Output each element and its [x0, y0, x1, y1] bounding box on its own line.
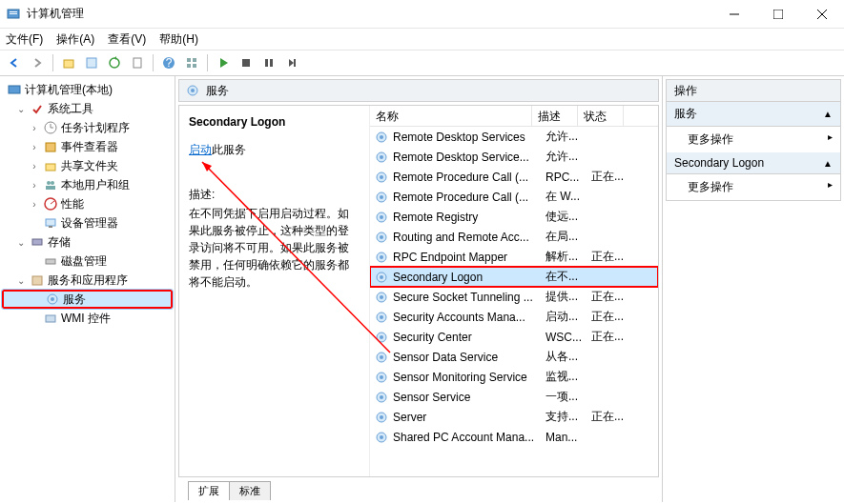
col-desc[interactable]: 描述: [532, 106, 578, 126]
up-button[interactable]: [58, 52, 79, 73]
svg-rect-25: [46, 143, 55, 151]
service-desc: 提供...: [546, 289, 591, 305]
actions-section-secondary-logon[interactable]: Secondary Logon▲: [667, 152, 840, 174]
service-status: 正在...: [591, 309, 637, 325]
actions-header: 操作: [666, 79, 841, 102]
gear-icon: [374, 230, 389, 245]
service-name: RPC Endpoint Mapper: [393, 251, 546, 264]
service-row[interactable]: Remote Procedure Call (...RPC...正在...: [370, 167, 658, 187]
menu-view[interactable]: 查看(V): [108, 31, 146, 48]
service-desc: 在 W...: [546, 189, 591, 205]
service-row[interactable]: Sensor Service一项...: [370, 387, 658, 407]
tab-standard[interactable]: 标准: [229, 481, 271, 500]
tree-device-manager[interactable]: 设备管理器: [2, 213, 173, 232]
services-list[interactable]: 名称 描述 状态 Remote Desktop Services允许...Rem…: [370, 106, 658, 476]
svg-rect-2: [10, 13, 17, 14]
service-row[interactable]: Remote Desktop Service...允许...: [370, 147, 658, 167]
service-row[interactable]: Secure Socket Tunneling ...提供...正在...: [370, 287, 658, 307]
properties-button[interactable]: [81, 52, 102, 73]
restart-button[interactable]: [281, 52, 302, 73]
refresh-button[interactable]: [104, 52, 125, 73]
menubar: 文件(F) 操作(A) 查看(V) 帮助(H): [0, 29, 844, 50]
actions-more-2[interactable]: 更多操作▸: [667, 174, 840, 200]
gear-icon: [374, 270, 389, 285]
tree-shared-folders[interactable]: ›共享文件夹: [2, 156, 173, 175]
service-row[interactable]: Server支持...正在...: [370, 407, 658, 427]
help-button[interactable]: ?: [158, 52, 179, 73]
service-row[interactable]: Security CenterWSC...正在...: [370, 327, 658, 347]
toolbar: ?: [0, 50, 844, 76]
service-row[interactable]: Sensor Monitoring Service监视...: [370, 367, 658, 387]
tree-wmi[interactable]: WMI 控件: [2, 309, 173, 328]
service-row[interactable]: Shared PC Account Mana...Man...: [370, 427, 658, 447]
col-name[interactable]: 名称: [370, 106, 532, 126]
service-name: Shared PC Account Mana...: [393, 431, 546, 444]
service-status: 正在...: [591, 329, 637, 345]
service-row[interactable]: Remote Procedure Call (...在 W...: [370, 187, 658, 207]
tree-system-tools[interactable]: ⌄系统工具: [2, 99, 173, 118]
gear-icon: [374, 310, 389, 325]
service-name: Remote Desktop Services: [393, 131, 546, 144]
service-row[interactable]: Sensor Data Service从各...: [370, 347, 658, 367]
svg-point-43: [380, 135, 383, 139]
menu-help[interactable]: 帮助(H): [159, 31, 198, 48]
svg-rect-4: [773, 10, 783, 19]
export-button[interactable]: [127, 52, 148, 73]
pause-button[interactable]: [258, 52, 279, 73]
service-row[interactable]: RPC Endpoint Mapper解析...正在...: [370, 247, 658, 267]
maximize-button[interactable]: [756, 0, 800, 29]
menu-action[interactable]: 操作(A): [56, 31, 94, 48]
service-name: Sensor Service: [393, 391, 546, 404]
service-desc: WSC...: [546, 331, 591, 344]
tree-disk-mgmt[interactable]: 磁盘管理: [2, 252, 173, 271]
service-row[interactable]: Remote Registry使远...: [370, 207, 658, 227]
stop-button[interactable]: [236, 52, 257, 73]
service-status: 正在...: [591, 289, 637, 305]
forward-button[interactable]: [27, 52, 48, 73]
service-row[interactable]: Security Accounts Mana...启动...正在...: [370, 307, 658, 327]
service-desc: 解析...: [546, 249, 591, 265]
svg-rect-35: [46, 259, 55, 264]
tree-event-viewer[interactable]: ›事件查看器: [2, 137, 173, 156]
tree-services-apps[interactable]: ⌄服务和应用程序: [2, 271, 173, 290]
tree-task-scheduler[interactable]: ›任务计划程序: [2, 118, 173, 137]
gear-icon: [374, 170, 389, 185]
tree-storage[interactable]: ⌄存储: [2, 232, 173, 252]
service-name: Routing and Remote Acc...: [393, 231, 546, 244]
gear-icon: [374, 350, 389, 365]
actions-more-1[interactable]: 更多操作▸: [667, 127, 840, 152]
back-button[interactable]: [4, 52, 25, 73]
tree-performance[interactable]: ›性能: [2, 194, 173, 213]
svg-rect-32: [46, 219, 55, 226]
menu-file[interactable]: 文件(F): [6, 31, 43, 48]
service-desc: 从各...: [546, 349, 591, 365]
svg-point-55: [380, 255, 383, 259]
tree-root[interactable]: 计算机管理(本地): [2, 80, 173, 99]
service-row[interactable]: Routing and Remote Acc...在局...: [370, 227, 658, 247]
col-status[interactable]: 状态: [578, 106, 624, 126]
svg-point-57: [380, 275, 383, 279]
service-row[interactable]: Remote Desktop Services允许...: [370, 127, 658, 147]
service-desc: 使远...: [546, 209, 591, 225]
service-desc: 在不...: [546, 269, 591, 285]
grid-button[interactable]: [181, 52, 202, 73]
close-button[interactable]: [800, 0, 844, 29]
svg-rect-16: [193, 64, 196, 68]
play-button[interactable]: [213, 52, 234, 73]
svg-rect-26: [46, 164, 55, 171]
svg-point-53: [380, 235, 383, 239]
svg-rect-7: [64, 60, 73, 68]
service-name: Remote Desktop Service...: [393, 151, 546, 164]
service-row[interactable]: Secondary Logon在不...: [370, 267, 658, 287]
tree-services[interactable]: 服务: [2, 290, 173, 309]
minimize-button[interactable]: [712, 0, 756, 29]
svg-rect-36: [32, 276, 42, 285]
service-desc: Man...: [546, 431, 591, 444]
tree-local-users[interactable]: ›本地用户和组: [2, 175, 173, 194]
description-label: 描述:: [189, 187, 360, 203]
service-desc: 允许...: [546, 129, 591, 145]
actions-section-services[interactable]: 服务▲: [667, 102, 840, 127]
svg-rect-19: [270, 59, 273, 67]
tab-extended[interactable]: 扩展: [188, 481, 230, 500]
start-service-link[interactable]: 启动: [189, 143, 212, 156]
